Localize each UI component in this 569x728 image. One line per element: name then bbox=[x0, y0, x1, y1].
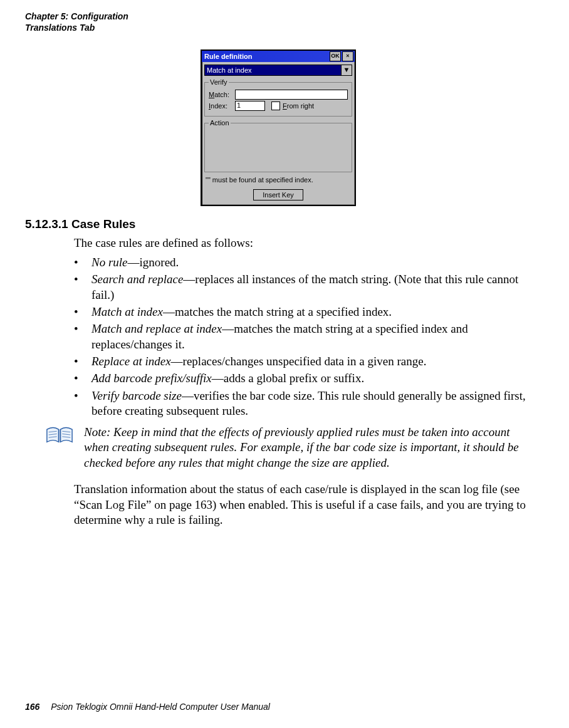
rule-definition-dialog: Rule definition OK × Match at index ▼ Ve… bbox=[201, 49, 356, 206]
insert-key-button[interactable]: Insert Key bbox=[253, 189, 303, 200]
note-label: Note: bbox=[84, 425, 110, 439]
from-right-checkbox[interactable] bbox=[271, 101, 280, 110]
dialog-title: Rule definition bbox=[204, 53, 252, 60]
page-number: 166 bbox=[25, 702, 39, 712]
action-legend: Action bbox=[209, 119, 231, 127]
dialog-titlebar: Rule definition OK × bbox=[202, 51, 355, 62]
section-intro: The case rules are defined as follows: bbox=[74, 236, 529, 250]
running-head-chapter: Chapter 5: Configuration bbox=[25, 11, 531, 23]
note-block: Note: Keep in mind that the effects of p… bbox=[45, 425, 531, 471]
rule-type-value: Match at index bbox=[205, 65, 341, 75]
verify-group: Verify Match: Index: 1 From right bbox=[204, 78, 352, 117]
list-item: Match at index—matches the match string … bbox=[74, 304, 529, 320]
list-item: Search and replace—replaces all instance… bbox=[74, 272, 529, 303]
section-heading: 5.12.3.1 Case Rules bbox=[25, 217, 531, 231]
index-label: Index: bbox=[209, 102, 235, 110]
close-button[interactable]: × bbox=[342, 51, 353, 61]
running-head-section: Translations Tab bbox=[25, 23, 531, 34]
ok-button[interactable]: OK bbox=[330, 51, 341, 61]
verify-legend: Verify bbox=[209, 78, 229, 86]
from-right-label: From right bbox=[283, 102, 314, 110]
rule-type-combo[interactable]: Match at index ▼ bbox=[204, 65, 352, 76]
dialog-hint: "" must be found at specified index. bbox=[206, 176, 352, 184]
list-item: No rule—ignored. bbox=[74, 255, 529, 270]
footer-text: Psion Teklogix Omnii Hand-Held Computer … bbox=[51, 702, 270, 712]
footer: 166 Psion Teklogix Omnii Hand-Held Compu… bbox=[25, 702, 270, 712]
match-label: Match: bbox=[209, 91, 235, 98]
rules-list: No rule—ignored. Search and replace—repl… bbox=[74, 255, 529, 419]
trailing-paragraph: Translation information about the status… bbox=[74, 482, 529, 528]
note-body: Keep in mind that the effects of previou… bbox=[84, 425, 519, 469]
match-input[interactable] bbox=[235, 90, 348, 100]
figure-rule-definition-dialog: Rule definition OK × Match at index ▼ Ve… bbox=[25, 49, 531, 206]
index-input[interactable]: 1 bbox=[235, 101, 265, 111]
section-title: Case Rules bbox=[71, 217, 135, 231]
note-text: Note: Keep in mind that the effects of p… bbox=[84, 425, 531, 471]
list-item: Match and replace at index—matches the m… bbox=[74, 321, 529, 352]
list-item: Replace at index—replaces/changes unspec… bbox=[74, 354, 529, 369]
book-icon bbox=[45, 425, 74, 447]
chevron-down-icon[interactable]: ▼ bbox=[341, 65, 352, 75]
action-group: Action bbox=[204, 119, 352, 172]
list-item: Add barcode prefix/suffix—adds a global … bbox=[74, 371, 529, 386]
running-head: Chapter 5: Configuration Translations Ta… bbox=[25, 11, 531, 33]
list-item: Verify barcode size—verifies the bar cod… bbox=[74, 388, 529, 419]
section-number: 5.12.3.1 bbox=[25, 217, 68, 231]
